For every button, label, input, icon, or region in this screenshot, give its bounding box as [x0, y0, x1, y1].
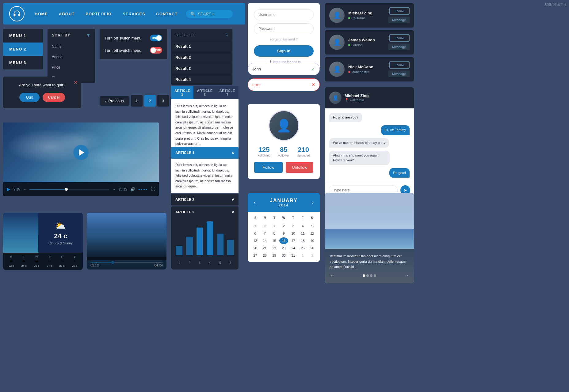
username-input[interactable]: [254, 9, 314, 20]
page-2[interactable]: 2: [144, 95, 156, 107]
photo-progress-bar[interactable]: [90, 262, 163, 263]
menu-item-3[interactable]: MENU 3: [3, 56, 43, 70]
tab-article-3[interactable]: ARTICLE 3: [216, 86, 239, 99]
page-1[interactable]: 1: [131, 95, 143, 107]
scenic-overlay: Vestibulum laoreet risus eget diam cong …: [325, 249, 414, 283]
result-1[interactable]: Result 1: [171, 41, 232, 52]
cal-day-15[interactable]: 15: [270, 237, 279, 244]
prev-button[interactable]: ‹ Previous: [100, 96, 129, 106]
chevron-down-icon: ▼: [86, 33, 91, 38]
scenic-next-arrow[interactable]: →: [404, 273, 409, 278]
volume-icon[interactable]: 🔊: [130, 187, 135, 191]
tab-article-2[interactable]: ARTICLE 2: [193, 86, 216, 99]
profile-unfollow-button[interactable]: Unfollow: [286, 162, 313, 173]
result-4[interactable]: Result 4: [171, 74, 232, 85]
cal-day-22[interactable]: 22: [270, 245, 279, 251]
scenic-clouds: [325, 193, 414, 229]
nav-logo[interactable]: [9, 6, 25, 21]
nav-about[interactable]: ABOUT: [53, 12, 80, 16]
valid-input[interactable]: John ✓: [248, 63, 320, 75]
accordion-item-2[interactable]: ARTICLE 2 ∨: [171, 194, 239, 205]
cal-day-24[interactable]: 24: [289, 245, 298, 251]
profile-follow-button[interactable]: Follow: [254, 162, 283, 173]
cal-day-27[interactable]: 27: [251, 252, 260, 259]
cal-day-26[interactable]: 26: [308, 245, 317, 251]
video-background[interactable]: [3, 123, 159, 182]
cal-day-19[interactable]: 19: [308, 237, 317, 244]
cal-day-29[interactable]: 29: [270, 252, 279, 259]
cal-next-arrow[interactable]: ›: [312, 200, 314, 205]
menu-item-1[interactable]: MENU 1: [3, 29, 43, 43]
play-icon[interactable]: ▶: [7, 186, 10, 192]
scenic-prev-arrow[interactable]: ←: [330, 273, 335, 278]
nav-portfolio[interactable]: PORTFOLIO: [80, 12, 117, 16]
progress-bar[interactable]: [29, 189, 109, 190]
cal-day-21[interactable]: 21: [260, 245, 269, 251]
cal-day-31[interactable]: 31: [289, 252, 298, 259]
sort-name[interactable]: Name: [48, 41, 95, 52]
cal-prev-arrow[interactable]: ‹: [254, 200, 255, 205]
cal-day-9[interactable]: 9: [279, 230, 288, 237]
chat-location-text: California: [350, 98, 364, 102]
close-icon[interactable]: ✕: [74, 80, 78, 85]
expand-icon[interactable]: ⛶: [151, 187, 155, 191]
cal-day-17[interactable]: 17: [289, 237, 298, 244]
cal-day-31-prev[interactable]: 31: [260, 223, 269, 229]
confirm-buttons: Quit Cancel: [9, 93, 75, 102]
cal-day-2[interactable]: 2: [279, 223, 288, 229]
sort-price[interactable]: Price: [48, 62, 95, 73]
cal-day-13[interactable]: 13: [251, 237, 260, 244]
cal-day-3[interactable]: 3: [289, 223, 298, 229]
forget-password-link[interactable]: Forget password ?: [254, 37, 314, 41]
search-input[interactable]: [198, 12, 228, 16]
page-3[interactable]: 3: [157, 95, 169, 107]
cal-day-30[interactable]: 30: [279, 252, 288, 259]
nav-services[interactable]: SERVICES: [117, 12, 151, 16]
message-button-0[interactable]: Message: [388, 17, 410, 23]
cal-day-6[interactable]: 6: [251, 230, 260, 237]
play-button[interactable]: [73, 145, 89, 160]
cal-day-8[interactable]: 8: [270, 230, 279, 237]
cal-day-1-next[interactable]: 1: [298, 252, 307, 259]
cal-day-18[interactable]: 18: [298, 237, 307, 244]
tab-article-1[interactable]: ARTICLE 1: [171, 86, 193, 99]
cal-day-25[interactable]: 25: [298, 245, 307, 251]
cal-day-28[interactable]: 28: [260, 252, 269, 259]
cal-day-30-prev[interactable]: 30: [251, 223, 260, 229]
cal-day-11[interactable]: 11: [298, 230, 307, 237]
switch-toggle-1[interactable]: ON: [150, 35, 162, 41]
arrow-left-icon: ←: [23, 187, 26, 191]
message-button-2[interactable]: Message: [388, 70, 410, 77]
menu-item-2[interactable]: MENU 2: [3, 43, 43, 56]
cal-day-10[interactable]: 10: [289, 230, 298, 237]
quit-button[interactable]: Quit: [19, 93, 40, 102]
cal-day-23[interactable]: 23: [279, 245, 288, 251]
cal-day-14[interactable]: 14: [260, 237, 269, 244]
cancel-button[interactable]: Cancel: [43, 93, 65, 102]
switch-toggle-2[interactable]: OFF: [150, 47, 162, 54]
cal-day-7[interactable]: 7: [260, 230, 269, 237]
message-button-1[interactable]: Message: [388, 43, 410, 50]
result-3[interactable]: Result 3: [171, 63, 232, 74]
cal-day-20[interactable]: 20: [251, 245, 260, 251]
sort-header[interactable]: SORT BY ▼: [48, 29, 95, 41]
cal-day-5[interactable]: 5: [308, 223, 317, 229]
nav-home[interactable]: HOME: [29, 12, 53, 16]
cal-day-12[interactable]: 12: [308, 230, 317, 237]
sort-added[interactable]: Added: [48, 52, 95, 62]
signin-button[interactable]: Sign in: [254, 45, 314, 57]
cal-day-2-next[interactable]: 2: [308, 252, 317, 259]
follow-button-0[interactable]: Follow: [389, 7, 410, 15]
follow-button-2[interactable]: Follow: [389, 61, 410, 69]
nav-contact[interactable]: CONTACT: [151, 12, 183, 16]
password-input[interactable]: [254, 23, 314, 34]
follow-button-1[interactable]: Follow: [389, 34, 410, 42]
result-2[interactable]: Result 2: [171, 52, 232, 63]
accordion-body-1: Duis lectus elit, ultrices in ligula ac,…: [171, 159, 239, 193]
accordion-header-1[interactable]: ARTICLE 1 ∧: [171, 147, 239, 159]
cal-day-16[interactable]: 16: [279, 237, 288, 244]
form-widget: John ✓ error ✕: [248, 63, 320, 91]
cal-day-4[interactable]: 4: [298, 223, 307, 229]
cal-day-1[interactable]: 1: [270, 223, 279, 229]
error-input[interactable]: error ✕: [248, 78, 320, 91]
